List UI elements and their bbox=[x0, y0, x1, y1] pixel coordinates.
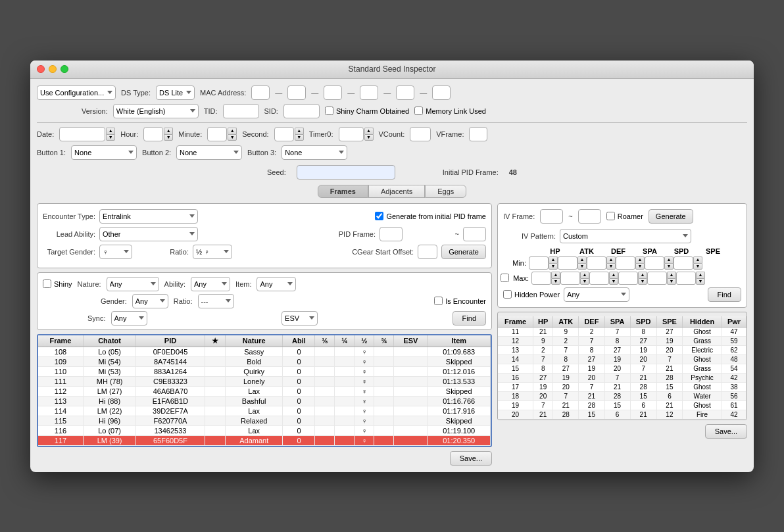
minute-up-btn[interactable]: ▲ bbox=[228, 128, 237, 134]
btn1-dropdown[interactable]: None bbox=[71, 145, 137, 160]
timer0-up-btn[interactable]: ▲ bbox=[364, 128, 374, 134]
gender-dropdown[interactable]: Any bbox=[132, 294, 168, 308]
hour-up-btn[interactable]: ▲ bbox=[164, 128, 173, 134]
date-down-btn[interactable]: ▼ bbox=[106, 134, 115, 141]
find-btn[interactable]: Find bbox=[453, 311, 486, 326]
max-def-input[interactable]: 31 bbox=[589, 272, 609, 285]
min-hp-dn[interactable]: ▼ bbox=[549, 263, 558, 270]
max-atk-dn[interactable]: ▼ bbox=[580, 278, 589, 285]
generate-from-checkbox[interactable] bbox=[375, 212, 383, 220]
max-def-dn[interactable]: ▼ bbox=[609, 278, 618, 285]
min-spe-input[interactable]: 0 bbox=[674, 256, 693, 270]
table-row[interactable]: 1292782719Grass59 bbox=[498, 336, 747, 345]
close-button[interactable] bbox=[37, 65, 45, 73]
esv-dropdown[interactable]: ESV bbox=[282, 311, 318, 326]
table-row[interactable]: 1121927827Ghost47 bbox=[498, 327, 747, 336]
table-row[interactable]: 158271920721Grass54 bbox=[498, 364, 747, 373]
ds-type-dropdown[interactable]: DS Lite bbox=[156, 85, 195, 100]
vcount-input[interactable]: 60 bbox=[410, 127, 431, 141]
table-row[interactable]: 182072128156Water56 bbox=[498, 391, 747, 400]
version-dropdown[interactable]: White (English) bbox=[113, 104, 199, 118]
table-row[interactable]: 109Mi (54)8A745144Bold0♀Skipped bbox=[38, 356, 491, 366]
tab-frames[interactable]: Frames bbox=[318, 185, 368, 198]
min-atk-up[interactable]: ▲ bbox=[577, 256, 587, 263]
shiny-checkbox[interactable] bbox=[43, 279, 51, 288]
encounter-type-dropdown[interactable]: Entralink bbox=[99, 209, 198, 224]
iv-to-input[interactable]: 100 bbox=[578, 209, 601, 224]
min-spa-dn[interactable]: ▼ bbox=[635, 263, 645, 270]
max-spe-dn[interactable]: ▼ bbox=[696, 278, 705, 285]
save-right-btn[interactable]: Save... bbox=[705, 424, 747, 439]
timer0-down-btn[interactable]: ▼ bbox=[364, 134, 374, 141]
cgear-input[interactable]: 3 bbox=[418, 245, 437, 259]
lead-ability-dropdown[interactable]: Other bbox=[99, 227, 198, 241]
table-row[interactable]: 112LM (27)46A6BA70Lax0♀Skipped bbox=[38, 386, 491, 396]
max-spd-up[interactable]: ▲ bbox=[667, 272, 676, 278]
max-spd-input[interactable]: 31 bbox=[647, 272, 667, 285]
max-atk-up[interactable]: ▲ bbox=[580, 272, 589, 278]
maximize-button[interactable] bbox=[61, 65, 68, 73]
date-input[interactable]: 4/24/2013 bbox=[59, 127, 105, 141]
btn2-dropdown[interactable]: None bbox=[176, 145, 242, 160]
min-def-dn[interactable]: ▼ bbox=[606, 263, 616, 270]
timer0-input[interactable]: C7F bbox=[339, 127, 364, 141]
mac-field-5[interactable]: 4F bbox=[396, 85, 414, 100]
minute-down-btn[interactable]: ▼ bbox=[228, 134, 237, 141]
max-hp-input[interactable]: 31 bbox=[531, 272, 551, 285]
second-up-btn[interactable]: ▲ bbox=[295, 128, 304, 134]
min-spe-up[interactable]: ▲ bbox=[693, 256, 702, 263]
max-atk-input[interactable]: 31 bbox=[560, 272, 580, 285]
hour-input[interactable]: 17 bbox=[143, 127, 163, 141]
min-spa-up[interactable]: ▲ bbox=[635, 256, 645, 263]
min-atk-dn[interactable]: ▼ bbox=[577, 263, 587, 270]
pid-from-input[interactable]: 50 bbox=[380, 227, 403, 241]
iv-pattern-dropdown[interactable]: Custom bbox=[560, 229, 691, 243]
mac-field-3[interactable]: BE bbox=[324, 85, 342, 100]
second-input[interactable]: 19 bbox=[274, 127, 294, 141]
min-spd-dn[interactable]: ▼ bbox=[664, 263, 674, 270]
table-row[interactable]: 108Lo (05)0F0ED045Sassy0♀01:09.683 bbox=[38, 347, 491, 356]
iv-find-btn[interactable]: Find bbox=[708, 287, 741, 302]
minimize-button[interactable] bbox=[49, 65, 57, 73]
target-gender-dropdown[interactable]: ♀ bbox=[99, 245, 132, 259]
min-def-input[interactable]: 0 bbox=[587, 256, 606, 270]
pid-to-input[interactable]: 137 bbox=[463, 227, 486, 241]
min-spa-input[interactable]: 0 bbox=[616, 256, 635, 270]
mac-field-4[interactable]: 60 bbox=[360, 85, 378, 100]
tab-adjacents[interactable]: Adjacents bbox=[368, 185, 425, 198]
max-spa-dn[interactable]: ▼ bbox=[638, 278, 647, 285]
max-spa-input[interactable]: 31 bbox=[618, 272, 638, 285]
table-row[interactable]: 13278271920Electric62 bbox=[498, 345, 747, 354]
ability-dropdown[interactable]: Any bbox=[191, 277, 230, 291]
table-row[interactable]: 114LM (22)39D2EF7ALax0♀01:17.916 bbox=[38, 406, 491, 416]
shiny-charm-checkbox[interactable] bbox=[325, 107, 333, 115]
min-atk-input[interactable]: 0 bbox=[558, 256, 577, 270]
iv-generate-btn[interactable]: Generate bbox=[649, 209, 693, 224]
max-hp-up[interactable]: ▲ bbox=[551, 272, 560, 278]
table-row[interactable]: 110Mi (53)883A1264Quirky0♀01:12.016 bbox=[38, 366, 491, 376]
min-spd-input[interactable]: 0 bbox=[645, 256, 664, 270]
table-row[interactable]: 111MH (78)C9E83323Lonely0♀01:13.533 bbox=[38, 376, 491, 386]
mac-field-2[interactable]: 1C bbox=[287, 85, 306, 100]
save-left-btn[interactable]: Save... bbox=[450, 451, 492, 466]
sid-input[interactable]: 53576 bbox=[283, 104, 320, 118]
tid-input[interactable]: 58048 bbox=[223, 104, 259, 118]
min-hp-up[interactable]: ▲ bbox=[549, 256, 558, 263]
max-def-up[interactable]: ▲ bbox=[609, 272, 618, 278]
max-hp-dn[interactable]: ▼ bbox=[551, 278, 560, 285]
btn3-dropdown[interactable]: None bbox=[282, 145, 347, 160]
table-row[interactable]: 117LM (39)65F60D5FAdamant0♀01:20.350 bbox=[38, 435, 491, 445]
min-spe-dn[interactable]: ▼ bbox=[693, 263, 702, 270]
nature-dropdown[interactable]: Any bbox=[107, 277, 159, 291]
is-encounter-checkbox[interactable] bbox=[434, 297, 443, 305]
max-spe-up[interactable]: ▲ bbox=[696, 272, 705, 278]
sync-dropdown[interactable]: Any bbox=[111, 311, 147, 326]
table-row[interactable]: 115Hi (96)F620770ARelaxed0♀Skipped bbox=[38, 416, 491, 425]
ratio-filter-dropdown[interactable]: --- bbox=[198, 294, 234, 308]
memory-link-checkbox[interactable] bbox=[414, 107, 423, 115]
seed-input[interactable]: B11DAE0487358854 bbox=[297, 165, 395, 180]
use-config-dropdown[interactable]: Use Configuration... bbox=[37, 85, 116, 100]
minute-input[interactable]: 16 bbox=[207, 127, 227, 141]
hp-checkbox[interactable] bbox=[503, 290, 512, 299]
min-def-up[interactable]: ▲ bbox=[606, 256, 616, 263]
